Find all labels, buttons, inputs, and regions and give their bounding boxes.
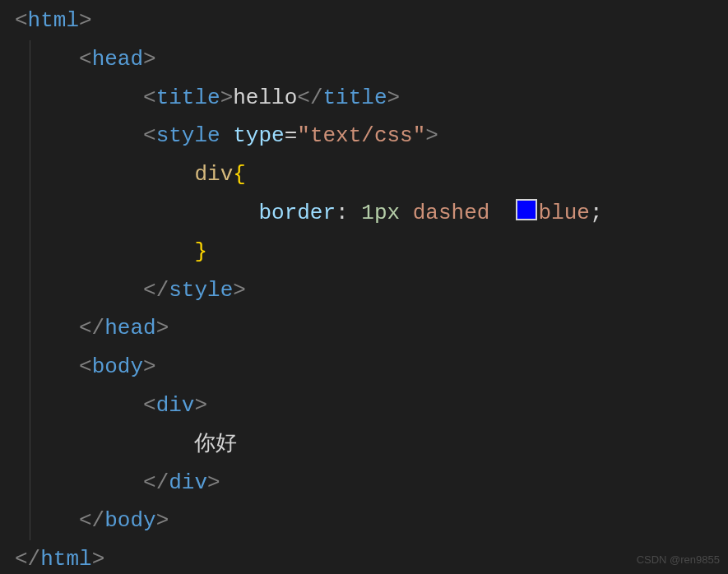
tag-body-open: body bbox=[92, 354, 143, 379]
brace-close: } bbox=[194, 239, 207, 264]
code-line: </style> bbox=[15, 271, 728, 310]
code-line: <title>hello</title> bbox=[15, 79, 728, 118]
div-content-text: 你好 bbox=[194, 432, 237, 456]
code-line: div{ bbox=[15, 155, 728, 194]
css-selector-div: div bbox=[194, 162, 233, 187]
code-editor[interactable]: <html> <head> <title>hello</title> <styl… bbox=[0, 0, 728, 574]
tag-div-open: div bbox=[156, 393, 195, 418]
code-line: <html> bbox=[15, 2, 728, 40]
code-line: <body> bbox=[15, 348, 728, 387]
tag-head-close: head bbox=[104, 316, 155, 340]
code-line: } bbox=[15, 233, 728, 271]
code-line: </body> bbox=[15, 502, 728, 540]
tag-html-close: html bbox=[40, 547, 91, 572]
tag-body-close: body bbox=[104, 508, 155, 533]
code-line: </head> bbox=[15, 309, 728, 348]
css-val-1px: 1px bbox=[361, 201, 400, 225]
code-line: <head> bbox=[15, 40, 728, 79]
tag-style-close: style bbox=[169, 278, 233, 303]
tag-title-open: title bbox=[156, 86, 220, 110]
tag-html: html bbox=[28, 8, 79, 33]
code-line: 你好 bbox=[15, 425, 728, 464]
code-line: <style type="text/css"> bbox=[15, 117, 728, 155]
watermark: CSDN @ren9855 bbox=[637, 550, 720, 569]
code-line: </html> bbox=[15, 540, 728, 574]
tag-head: head bbox=[92, 47, 143, 72]
attr-type-value: "text/css" bbox=[297, 123, 425, 148]
code-line: <div> bbox=[15, 387, 728, 425]
css-prop-border: border bbox=[258, 201, 336, 225]
attr-type: type bbox=[233, 123, 284, 148]
code-line: border: 1px dashed blue; bbox=[15, 194, 728, 233]
code-line: </div> bbox=[15, 464, 728, 502]
brace-open: { bbox=[233, 162, 246, 187]
tag-div-close: div bbox=[169, 470, 207, 495]
tag-title-close: title bbox=[323, 86, 387, 110]
css-val-blue: blue bbox=[539, 201, 590, 225]
color-swatch-icon bbox=[516, 199, 537, 220]
css-val-dashed: dashed bbox=[413, 201, 490, 225]
title-text: hello bbox=[233, 86, 297, 110]
tag-style-open: style bbox=[156, 123, 220, 148]
